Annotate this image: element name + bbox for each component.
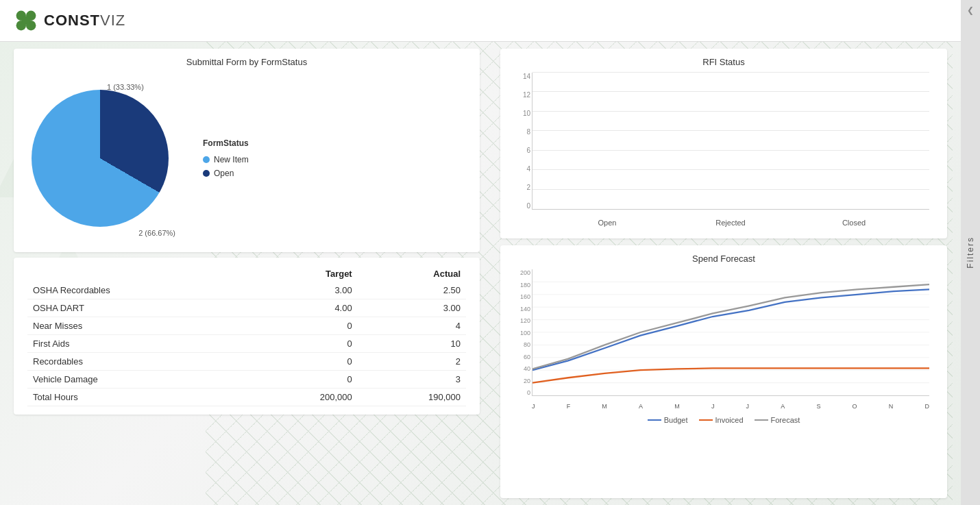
metrics-target: 0 bbox=[249, 335, 357, 353]
logo: CONSTVIZ bbox=[14, 8, 125, 33]
legend-label-new: New Item bbox=[214, 155, 249, 164]
legend-item-open: Open bbox=[203, 169, 249, 178]
metrics-actual: 4 bbox=[358, 317, 466, 335]
legend-forecast-label: Forecast bbox=[771, 416, 800, 424]
metrics-label: OSHA Recordables bbox=[27, 282, 249, 299]
legend-title: FormStatus bbox=[203, 138, 249, 148]
metrics-target: 3.00 bbox=[249, 282, 357, 299]
pie-container: 1 (33.33%) bbox=[25, 76, 189, 241]
rfi-x-closed: Closed bbox=[833, 219, 874, 227]
rfi-y-12: 12 bbox=[511, 91, 530, 99]
metrics-actual: 2.50 bbox=[358, 282, 466, 299]
pie-label-bottom: 2 (66.67%) bbox=[138, 229, 175, 237]
rfi-chart-title: RFI Status bbox=[511, 57, 936, 67]
legend-budget-label: Budget bbox=[664, 416, 688, 424]
metrics-label: OSHA DART bbox=[27, 299, 249, 317]
spend-svg bbox=[532, 269, 929, 395]
rfi-y-8: 8 bbox=[511, 128, 530, 136]
rfi-x-rejected: Rejected bbox=[710, 219, 751, 227]
rfi-x-open: Open bbox=[587, 219, 628, 227]
metrics-label: First Aids bbox=[27, 335, 249, 353]
spend-chart-card: Spend Forecast 0 20 40 60 80 100 120 140… bbox=[500, 245, 947, 498]
legend-invoiced: Invoiced bbox=[699, 416, 744, 424]
spend-y-axis: 0 20 40 60 80 100 120 140 160 180 200 bbox=[511, 269, 530, 396]
spend-svg-container bbox=[532, 269, 929, 396]
logo-icon bbox=[14, 8, 38, 33]
metrics-actual: 2 bbox=[358, 353, 466, 371]
rfi-x-labels: Open Rejected Closed bbox=[532, 219, 929, 227]
metrics-row: OSHA Recordables 3.00 2.50 bbox=[27, 282, 466, 299]
legend-dot-new bbox=[203, 156, 210, 163]
metrics-target: 0 bbox=[249, 317, 357, 335]
left-panel: Submittal Form by FormStatus 1 (33.33%) bbox=[0, 42, 493, 505]
metrics-target: 0 bbox=[249, 371, 357, 389]
metrics-card: Target Actual OSHA Recordables 3.00 2.50… bbox=[14, 258, 480, 415]
rfi-chart-area: 0 2 4 6 8 10 12 14 bbox=[511, 73, 936, 230]
pie-chart-card: Submittal Form by FormStatus 1 (33.33%) bbox=[14, 49, 480, 252]
legend-budget: Budget bbox=[648, 416, 688, 424]
metrics-label: Vehicle Damage bbox=[27, 371, 249, 389]
pie-visual bbox=[32, 90, 169, 227]
metrics-row: Near Misses 0 4 bbox=[27, 317, 466, 335]
metrics-label: Total Hours bbox=[27, 389, 249, 406]
metrics-actual: 10 bbox=[358, 335, 466, 353]
legend-dot-open bbox=[203, 170, 210, 177]
legend-forecast: Forecast bbox=[755, 416, 800, 424]
rfi-y-6: 6 bbox=[511, 147, 530, 154]
metrics-label: Near Misses bbox=[27, 317, 249, 335]
rfi-y-10: 10 bbox=[511, 110, 530, 117]
legend-invoiced-line bbox=[699, 419, 713, 421]
right-panel: RFI Status 0 2 4 6 8 10 12 14 bbox=[493, 42, 961, 505]
header: CONSTVIZ bbox=[0, 0, 980, 42]
rfi-y-4: 4 bbox=[511, 165, 530, 173]
metrics-actual: 190,000 bbox=[358, 389, 466, 406]
rfi-y-14: 14 bbox=[511, 73, 530, 80]
metrics-label: Recordables bbox=[27, 353, 249, 371]
metrics-row: OSHA DART 4.00 3.00 bbox=[27, 299, 466, 317]
metrics-table: Target Actual OSHA Recordables 3.00 2.50… bbox=[27, 266, 466, 406]
spend-chart-area: 0 20 40 60 80 100 120 140 160 180 200 bbox=[511, 269, 936, 413]
metrics-actual: 3 bbox=[358, 371, 466, 389]
col-header-target: Target bbox=[249, 266, 357, 282]
metrics-target: 0 bbox=[249, 353, 357, 371]
metrics-row: Total Hours 200,000 190,000 bbox=[27, 389, 466, 406]
legend-invoiced-label: Invoiced bbox=[715, 416, 744, 424]
pie-chart-title: Submittal Form by FormStatus bbox=[25, 57, 469, 67]
metrics-row: Recordables 0 2 bbox=[27, 353, 466, 371]
rfi-y-2: 2 bbox=[511, 184, 530, 191]
rfi-gridlines bbox=[532, 73, 929, 209]
col-header-label bbox=[27, 266, 249, 282]
pie-legend: FormStatus New Item Open bbox=[203, 138, 249, 178]
svg-point-6 bbox=[22, 16, 31, 25]
rfi-y-0: 0 bbox=[511, 202, 530, 210]
content: Submittal Form by FormStatus 1 (33.33%) bbox=[0, 42, 980, 505]
logo-text: CONSTVIZ bbox=[44, 12, 125, 29]
filters-label: Filters bbox=[966, 236, 975, 269]
chevron-icon: ❮ bbox=[967, 5, 974, 15]
rfi-y-axis: 0 2 4 6 8 10 12 14 bbox=[511, 73, 530, 210]
metrics-target: 4.00 bbox=[249, 299, 357, 317]
metrics-target: 200,000 bbox=[249, 389, 357, 406]
metrics-actual: 3.00 bbox=[358, 299, 466, 317]
legend-label-open: Open bbox=[214, 169, 234, 178]
filters-sidebar[interactable]: ❮ Filters bbox=[961, 0, 980, 505]
rfi-chart-inner bbox=[532, 73, 929, 210]
metrics-row: Vehicle Damage 0 3 bbox=[27, 371, 466, 389]
col-header-actual: Actual bbox=[358, 266, 466, 282]
rfi-chart-card: RFI Status 0 2 4 6 8 10 12 14 bbox=[500, 49, 947, 238]
metrics-row: First Aids 0 10 bbox=[27, 335, 466, 353]
legend-forecast-line bbox=[755, 419, 768, 421]
spend-x-labels: J F M A M J J A S O N D bbox=[532, 403, 929, 410]
spend-legend: Budget Invoiced Forecast bbox=[511, 416, 936, 424]
legend-item-new: New Item bbox=[203, 155, 249, 164]
spend-chart-title: Spend Forecast bbox=[511, 254, 936, 264]
pie-section: 1 (33.33%) bbox=[25, 73, 469, 244]
legend-budget-line bbox=[648, 419, 661, 421]
